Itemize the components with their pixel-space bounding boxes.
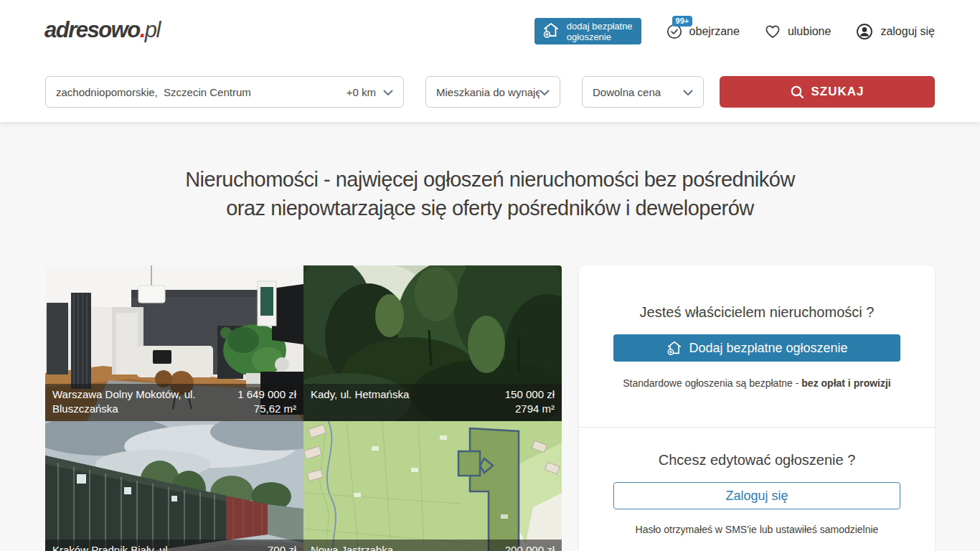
price-value: Dowolna cena xyxy=(593,86,683,98)
heart-icon xyxy=(764,23,781,40)
radius-value: +0 km xyxy=(347,86,376,98)
chevron-down-icon xyxy=(540,86,550,98)
owner-note: Standardowe ogłoszenia są bezpłatne - be… xyxy=(579,377,935,389)
listing-price-area: 200 000 zł xyxy=(505,543,555,551)
owner-heading: Jesteś właścicielem nieruchomości ? xyxy=(579,304,935,321)
listing-photo-cadastral-map xyxy=(303,421,562,551)
logo-tld: pl xyxy=(145,17,160,42)
login-link[interactable]: zaloguj się xyxy=(855,22,935,41)
listing-card[interactable]: Nowa Jastrząbka 200 000 zł xyxy=(303,421,562,551)
listing-caption: Kraków Prądnik Biały, ul. 700 zł xyxy=(45,540,303,551)
listing-price-area: 1 649 000 zł 75,62 m² xyxy=(237,387,296,416)
listing-price: 200 000 zł xyxy=(505,543,555,551)
listing-location: Nowa Jastrząbka xyxy=(311,543,393,551)
listing-caption: Kady, ul. Hetmańska 150 000 zł 2794 m² xyxy=(303,384,562,421)
listing-caption: Nowa Jastrząbka 200 000 zł xyxy=(303,540,562,551)
favorites-label: ulubione xyxy=(788,25,831,38)
homepage: adresowo.pl dodaj bezpłatne ogłoszenie xyxy=(0,0,980,551)
owner-panel: Jesteś właścicielem nieruchomości ? Doda… xyxy=(579,265,935,551)
site-header: adresowo.pl dodaj bezpłatne ogłoszenie xyxy=(0,0,980,122)
property-type-dropdown[interactable]: Mieszkania do wynajęc xyxy=(425,76,560,108)
viewed-label: obejrzane xyxy=(689,25,740,38)
listing-card[interactable]: Warszawa Dolny Mokotów, ul. Bluszczańska… xyxy=(45,265,303,421)
add-free-listing-button[interactable]: Dodaj bezpłatne ogłoszenie xyxy=(613,334,900,362)
listing-location: Warszawa Dolny Mokotów, ul. Bluszczańska xyxy=(52,387,225,416)
header-actions: dodaj bezpłatne ogłoszenie 99+ obejrzane xyxy=(534,18,935,44)
search-icon xyxy=(790,85,805,100)
house-plus-icon xyxy=(542,21,560,42)
add-listing-label-line2: ogłoszenie xyxy=(567,32,633,42)
chevron-down-icon xyxy=(683,86,693,98)
site-logo[interactable]: adresowo.pl xyxy=(44,17,160,43)
add-free-listing-label: Dodaj bezpłatne ogłoszenie xyxy=(689,341,847,356)
viewed-count-badge: 99+ xyxy=(672,16,693,27)
featured-listings-grid: Warszawa Dolny Mokotów, ul. Bluszczańska… xyxy=(45,265,562,551)
owner-note-bold: bez opłat i prowizji xyxy=(801,377,890,389)
chevron-down-icon xyxy=(383,86,393,98)
house-plus-icon xyxy=(666,339,683,357)
listing-price-area: 700 zł xyxy=(268,543,296,551)
radius-dropdown[interactable]: +0 km xyxy=(347,86,393,98)
price-dropdown[interactable]: Dowolna cena xyxy=(582,76,704,108)
login-button[interactable]: Zaloguj się xyxy=(613,482,900,509)
page-title-line2: oraz niepowtarzające się oferty pośredni… xyxy=(0,194,980,222)
listing-caption: Warszawa Dolny Mokotów, ul. Bluszczańska… xyxy=(45,384,303,421)
listing-price-area: 150 000 zł 2794 m² xyxy=(505,387,555,416)
location-search-input[interactable]: zachodniopomorskie, Szczecin Centrum +0 … xyxy=(45,76,404,108)
add-listing-label-line1: dodaj bezpłatne xyxy=(567,21,633,32)
edit-note: Hasło otrzymałeś w SMS'ie lub ustawiłeś … xyxy=(579,524,935,535)
page-title: Nieruchomości - najwięcej ogłoszeń nieru… xyxy=(0,165,980,222)
viewed-link[interactable]: 99+ obejrzane xyxy=(666,23,740,40)
listing-price: 1 649 000 zł xyxy=(237,387,296,402)
person-circle-icon xyxy=(855,22,874,41)
property-type-value: Mieszkania do wynajęc xyxy=(436,86,540,98)
search-submit-button[interactable]: SZUKAJ xyxy=(720,76,935,108)
location-search-value: zachodniopomorskie, Szczecin Centrum xyxy=(56,86,341,98)
listing-location: Kady, ul. Hetmańska xyxy=(311,387,409,416)
logo-name: adresowo xyxy=(44,17,140,42)
search-submit-label: SZUKAJ xyxy=(811,85,864,99)
listing-price: 150 000 zł xyxy=(505,387,555,402)
listing-photo-storage-containers xyxy=(45,421,303,551)
listing-price: 700 zł xyxy=(268,543,296,551)
listing-area: 75,62 m² xyxy=(237,402,296,416)
owner-note-regular: Standardowe ogłoszenia są bezpłatne - xyxy=(623,377,801,389)
edit-heading: Chcesz edytować ogłoszenie ? xyxy=(579,452,935,468)
login-button-label: Zaloguj się xyxy=(725,489,788,504)
listing-area: 2794 m² xyxy=(505,402,555,416)
page-title-line1: Nieruchomości - najwięcej ogłoszeń nieru… xyxy=(0,165,980,194)
logo-dot: . xyxy=(140,17,145,42)
listing-location: Kraków Prądnik Biały, ul. xyxy=(52,543,171,551)
check-circle-icon: 99+ xyxy=(666,23,683,40)
add-listing-label: dodaj bezpłatne ogłoszenie xyxy=(567,21,633,42)
favorites-link[interactable]: ulubione xyxy=(764,23,831,40)
add-listing-button[interactable]: dodaj bezpłatne ogłoszenie xyxy=(534,18,641,44)
listing-card[interactable]: Kraków Prądnik Biały, ul. 700 zł xyxy=(45,421,303,551)
listing-card[interactable]: Kady, ul. Hetmańska 150 000 zł 2794 m² xyxy=(303,265,562,421)
login-label: zaloguj się xyxy=(880,25,935,38)
sidebar-divider xyxy=(579,427,935,428)
